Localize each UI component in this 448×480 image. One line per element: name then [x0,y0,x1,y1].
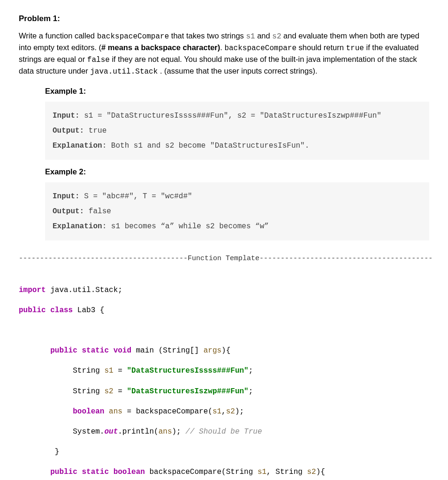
code-text: main (String[] [131,346,204,355]
intro-text: . (assume that the user inputs correct s… [158,67,317,75]
code-text: .println( [118,428,158,436]
fn-name: backspaceCompare [224,44,296,52]
problem-title: Problem 1: [19,13,429,25]
problem-intro: Write a function called backspaceCompare… [19,30,429,78]
code-line: import java.util.Stack; [19,285,429,296]
variable: ans [159,428,172,436]
code-text: String [19,387,104,396]
code-text: ); [235,407,244,416]
code-text: ){ [221,346,230,355]
intro-text: should return [296,43,346,52]
string-literal: "DataStructuresIssss###Fun" [127,367,248,375]
string-literal: "DataStructuresIszwp###Fun" [127,387,248,396]
code-text: , [221,407,226,416]
code-line [19,326,429,336]
example1-box: Input: s1 = "DataStructuresIssss###Fun",… [45,102,429,160]
keyword: public static void [19,346,131,355]
code-template: import java.util.Stack; public class Lab… [19,275,429,480]
fn-name: backspaceCompare [97,32,169,41]
code-line: String s2 = "DataStructuresIszwp###Fun"; [19,387,429,397]
code-text: = [114,367,127,375]
example2-box: Input: S = "abc##", T = "wc#d#" Output: … [45,182,429,240]
output-value: true [84,127,106,135]
variable: args [204,346,221,355]
mono-stack: java.util.Stack [90,68,158,76]
code-text: = [114,387,127,396]
explanation-label: Explanation [53,142,102,150]
keyword: public static boolean [19,468,145,476]
code-text: String [19,367,104,375]
param-s1: s1 [246,32,255,41]
example2-explanation: Explanation: s1 becomes “a” while s2 bec… [53,219,422,234]
input-value: S = "abc##", T = "wc#d#" [80,192,192,201]
input-label: Input: [53,192,80,201]
code-text: backspaceCompare(String [145,468,258,476]
variable: s2 [307,468,316,476]
bold-hash: # means a backspace character) [101,43,220,52]
keyword: boolean [19,407,109,416]
keyword: import [19,286,46,294]
example1-output: Output: true [53,123,422,138]
param-s2: s2 [272,32,281,41]
code-line: boolean ans = backspaceCompare(s1,s2); [19,407,429,417]
intro-text: that takes two strings [169,31,246,40]
code-line: public static void main (String[] args){ [19,346,429,356]
code-line: String s1 = "DataStructuresIssss###Fun"; [19,366,429,376]
intro-text: and [255,31,273,40]
code-text: ; [249,367,253,375]
code-line: System.out.println(ans); // Should be Tr… [19,427,429,437]
output-value: false [84,207,111,216]
mono-false: false [87,56,110,64]
example2-output: Output: false [53,204,422,219]
example2-input: Input: S = "abc##", T = "wc#d#" [53,189,422,204]
code-text: java.util.Stack; [46,286,122,294]
input-label: Input: [53,112,80,120]
variable: s2 [226,407,235,416]
separator: ----------------------------------------… [19,254,429,264]
code-text: = backspaceCompare( [122,407,213,416]
code-line: } [19,447,429,458]
example2-label: Example 2: [45,166,429,178]
code-text: ; [249,387,253,396]
variable: ans [109,407,122,416]
mono-true: true [346,44,364,52]
code-text: ); [172,428,185,436]
code-text: Lab3 { [73,306,104,315]
keyword: public class [19,306,73,315]
intro-text: Write a function called [19,31,97,40]
explanation-value: : Both s1 and s2 become "DataStructuresI… [102,142,310,150]
variable: s1 [213,407,221,416]
comment: // Should be True [185,428,262,436]
keyword: out [104,428,118,436]
output-label: Output: [53,207,84,216]
example1-label: Example 1: [45,86,429,97]
variable: s2 [104,387,113,396]
variable: s1 [258,468,266,476]
explanation-value: : s1 becomes “a” while s2 becomes “w” [102,222,269,231]
example1-input: Input: s1 = "DataStructuresIssss###Fun",… [53,108,422,123]
code-text: ){ [316,468,325,476]
code-line: public class Lab3 { [19,306,429,316]
example1-explanation: Explanation: Both s1 and s2 become "Data… [53,138,422,153]
variable: s1 [104,367,113,375]
input-value: s1 = "DataStructuresIssss###Fun", s2 = "… [80,112,381,120]
code-text: System. [19,428,104,436]
examples-section: Example 1: Input: s1 = "DataStructuresIs… [45,86,429,240]
code-line: public static boolean backspaceCompare(S… [19,467,429,478]
explanation-label: Explanation [53,222,102,231]
code-text: , String [266,468,307,476]
output-label: Output: [53,127,84,135]
